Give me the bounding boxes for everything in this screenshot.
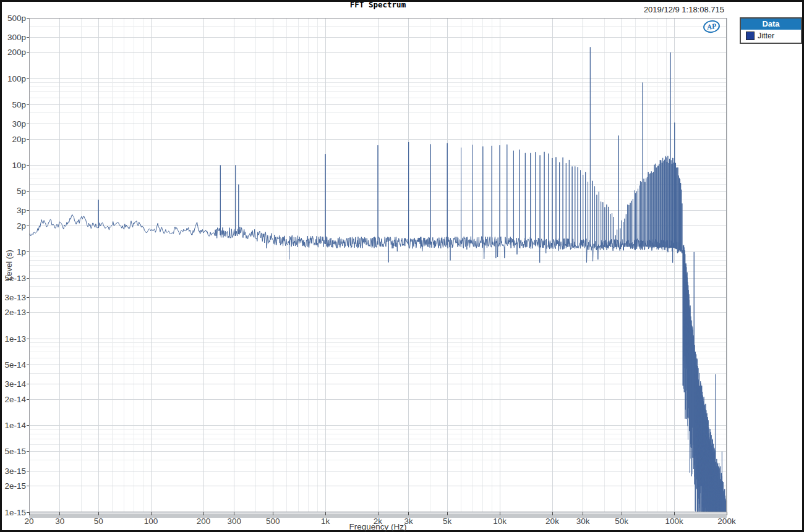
legend: Data Jitter	[740, 17, 802, 44]
legend-item-jitter[interactable]: Jitter	[741, 30, 801, 43]
tick-labels: 2030501002003005001k2k3k5k10k20k30k50k10…	[4, 14, 735, 526]
y-tick-label: 500p	[7, 14, 26, 23]
y-tick-label: 5e-15	[4, 447, 26, 456]
y-tick-label: 2e-14	[4, 395, 26, 404]
y-tick-label: 5p	[17, 187, 26, 196]
y-tick-label: 3p	[17, 206, 26, 215]
y-tick-label: 3e-15	[4, 467, 26, 476]
legend-item-label: Jitter	[758, 32, 774, 40]
y-tick-label: 50p	[12, 100, 26, 109]
y-tick-label: 10p	[12, 161, 26, 170]
y-tick-label: 1e-13	[4, 334, 26, 344]
y-tick-label: 20p	[12, 135, 26, 144]
y-tick-label: 2p	[17, 221, 26, 230]
fft-spectrum-window: 2030501002003005001k2k3k5k10k20k30k50k10…	[0, 0, 804, 532]
y-tick-label: 100p	[7, 74, 26, 83]
y-tick-label: 1p	[17, 247, 26, 256]
y-tick-label: 300p	[7, 33, 26, 42]
timestamp: 2019/12/9 1:18:08.715	[29, 5, 724, 14]
y-tick-label: 1e-15	[4, 508, 26, 517]
y-tick-label: 2e-15	[4, 481, 26, 491]
legend-header: Data	[741, 19, 801, 30]
ap-logo-text: AP	[706, 22, 717, 32]
y-tick-label: 3e-14	[4, 379, 26, 389]
y-tick-label: 30p	[12, 119, 26, 129]
y-tick-label: 1e-14	[4, 421, 26, 430]
y-tick-label: 200p	[7, 48, 26, 57]
y-tick-label: 2e-13	[4, 308, 26, 317]
legend-swatch	[746, 32, 755, 40]
x-axis-title: Frequency (Hz)	[29, 522, 727, 531]
y-tick-label: 5e-14	[4, 360, 26, 369]
y-axis-title: Level (s)	[4, 250, 14, 281]
y-tick-label: 3e-13	[4, 293, 26, 302]
plot-area: 2030501002003005001k2k3k5k10k20k30k50k10…	[0, 0, 804, 532]
